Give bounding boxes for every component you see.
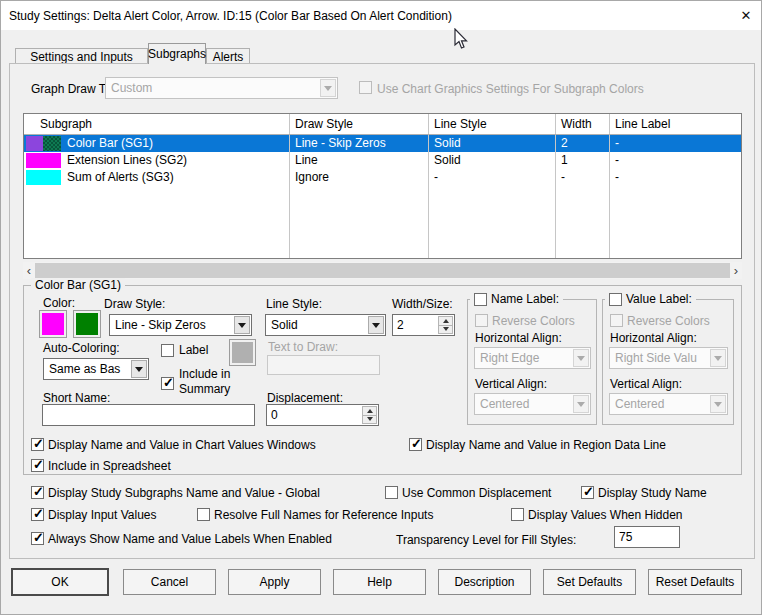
value-reverse-colors-label: Reverse Colors: [627, 314, 710, 328]
displacement-value: 0: [271, 408, 278, 422]
column-header-draw-style[interactable]: Draw Style: [295, 114, 353, 134]
width-size-spinner[interactable]: 2: [392, 314, 455, 336]
description-button[interactable]: Description: [438, 569, 531, 595]
close-icon: ✕: [741, 8, 752, 23]
description-button-label: Description: [454, 575, 514, 589]
tab-subgraphs[interactable]: Subgraphs: [148, 43, 206, 64]
column-header-line-style[interactable]: Line Style: [434, 114, 487, 134]
use-common-displacement-checkbox[interactable]: [385, 486, 398, 499]
auto-coloring-combo[interactable]: Same as Bas: [43, 358, 149, 380]
label-checkbox[interactable]: [161, 344, 174, 357]
help-button[interactable]: Help: [333, 569, 426, 595]
tab-settings-and-inputs[interactable]: Settings and Inputs: [15, 48, 148, 64]
value-label-checkbox[interactable]: [609, 293, 622, 306]
chevron-down-icon: [710, 349, 726, 367]
cell-draw-style: Line: [295, 153, 318, 167]
display-subgraphs-global-checkbox[interactable]: [31, 486, 44, 499]
column-header-line-label[interactable]: Line Label: [615, 114, 670, 134]
displacement-label: Displacement:: [267, 391, 343, 405]
spin-down-icon[interactable]: [438, 326, 453, 335]
short-name-input[interactable]: [42, 404, 255, 426]
name-reverse-colors-checkbox[interactable]: [475, 314, 488, 327]
primary-color-button[interactable]: [39, 310, 67, 338]
table-row-sg2[interactable]: Extension Lines (SG2) Line Solid 1 -: [24, 152, 741, 169]
label-color-button[interactable]: [229, 339, 256, 366]
graph-draw-type-combo[interactable]: Custom: [105, 77, 338, 99]
subgraph-table: Subgraph Draw Style Line Style Width Lin…: [23, 113, 742, 259]
draw-style-combo[interactable]: Line - Skip Zeros: [109, 314, 252, 336]
secondary-color-button[interactable]: [73, 310, 101, 338]
include-in-summary-checkbox[interactable]: [161, 377, 174, 390]
column-header-width[interactable]: Width: [561, 114, 592, 134]
apply-button-label: Apply: [259, 575, 289, 589]
cell-line-style: Solid: [434, 153, 461, 167]
cell-line-style: Solid: [434, 136, 461, 150]
ok-button-label: OK: [51, 575, 68, 589]
set-defaults-button-label: Set Defaults: [557, 575, 622, 589]
sg3-color-swatch: [26, 170, 61, 185]
auto-coloring-value: Same as Bas: [49, 362, 130, 376]
cell-line-label: -: [615, 136, 619, 150]
name-label-checkbox[interactable]: [474, 293, 487, 306]
draw-style-value: Line - Skip Zeros: [115, 318, 233, 332]
value-horizontal-align-combo[interactable]: Right Side Valu: [609, 347, 728, 369]
cell-subgraph: Extension Lines (SG2): [67, 153, 187, 167]
width-size-label: Width/Size:: [392, 297, 453, 311]
mouse-cursor-icon: [453, 28, 469, 50]
primary-color-swatch: [42, 313, 64, 335]
tab-label: Settings and Inputs: [30, 50, 133, 64]
display-chart-values-label: Display Name and Value in Chart Values W…: [48, 438, 316, 452]
use-chart-graphics-checkbox[interactable]: [359, 81, 372, 94]
close-button[interactable]: ✕: [734, 5, 758, 26]
value-vertical-align-combo[interactable]: Centered: [609, 393, 728, 415]
table-horizontal-scrollbar[interactable]: ‹ ›: [23, 262, 742, 279]
secondary-color-swatch: [76, 313, 98, 335]
always-show-labels-checkbox[interactable]: [31, 532, 44, 545]
cancel-button[interactable]: Cancel: [123, 569, 216, 595]
reset-defaults-button[interactable]: Reset Defaults: [648, 569, 742, 595]
tab-alerts[interactable]: Alerts: [206, 48, 250, 64]
cell-subgraph: Color Bar (SG1): [67, 136, 153, 150]
transparency-input[interactable]: [614, 526, 680, 548]
cell-subgraph: Sum of Alerts (SG3): [67, 170, 174, 184]
include-in-spreadsheet-checkbox[interactable]: [31, 459, 44, 472]
cell-line-label: -: [615, 170, 619, 184]
set-defaults-button[interactable]: Set Defaults: [543, 569, 636, 595]
displacement-spinner[interactable]: 0: [266, 404, 379, 426]
value-vertical-align-label: Vertical Align:: [610, 377, 682, 391]
draw-style-label: Draw Style:: [104, 297, 165, 311]
spin-down-icon[interactable]: [362, 416, 377, 425]
name-label-title: Name Label:: [491, 292, 559, 306]
display-chart-values-checkbox[interactable]: [31, 438, 44, 451]
scroll-left-icon[interactable]: ‹: [23, 262, 35, 279]
column-divider: [609, 114, 610, 258]
spin-up-icon[interactable]: [438, 316, 453, 326]
name-horizontal-align-combo[interactable]: Right Edge: [474, 347, 591, 369]
study-settings-dialog: Study Settings: Delta Alert Color, Arrow…: [0, 0, 762, 615]
ok-button[interactable]: OK: [11, 568, 109, 596]
display-values-when-hidden-checkbox[interactable]: [511, 508, 524, 521]
sg2-color-swatch: [26, 153, 61, 168]
table-row-sg1[interactable]: Color Bar (SG1) Line - Skip Zeros Solid …: [24, 135, 741, 152]
line-style-combo[interactable]: Solid: [265, 314, 386, 336]
help-button-label: Help: [367, 575, 392, 589]
spin-up-icon[interactable]: [362, 406, 377, 416]
name-vertical-align-combo[interactable]: Centered: [474, 393, 591, 415]
value-reverse-colors-checkbox[interactable]: [610, 314, 623, 327]
auto-coloring-label: Auto-Coloring:: [43, 341, 120, 355]
chevron-down-icon: [573, 349, 589, 367]
scrollbar-thumb[interactable]: [35, 263, 730, 278]
apply-button[interactable]: Apply: [228, 569, 321, 595]
scroll-right-icon[interactable]: ›: [730, 262, 742, 279]
display-subgraphs-global-label: Display Study Subgraphs Name and Value -…: [48, 486, 320, 500]
column-header-subgraph[interactable]: Subgraph: [40, 114, 92, 134]
display-region-data-line-checkbox[interactable]: [409, 438, 422, 451]
table-row-sg3[interactable]: Sum of Alerts (SG3) Ignore - - -: [24, 169, 741, 186]
name-vertical-align-value: Centered: [480, 397, 572, 411]
display-input-values-checkbox[interactable]: [31, 508, 44, 521]
resolve-full-names-checkbox[interactable]: [197, 508, 210, 521]
display-study-name-checkbox[interactable]: [581, 486, 594, 499]
value-label-title: Value Label:: [626, 292, 692, 306]
text-to-draw-label: Text to Draw:: [268, 340, 338, 354]
text-to-draw-input[interactable]: [267, 355, 380, 375]
